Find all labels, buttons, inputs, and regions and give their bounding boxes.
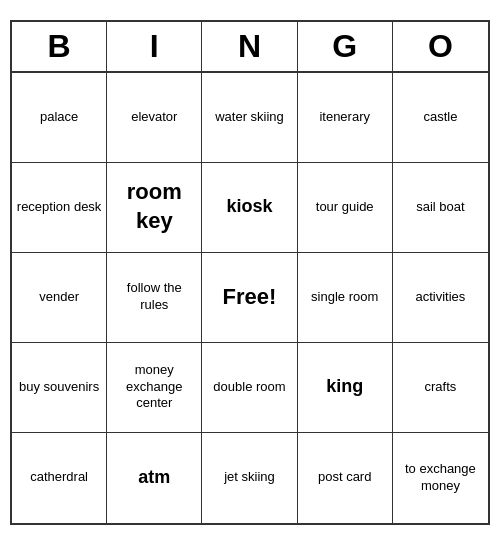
bingo-cell: tour guide bbox=[298, 163, 393, 253]
bingo-header-letter: B bbox=[12, 22, 107, 71]
bingo-cell: money exchange center bbox=[107, 343, 202, 433]
bingo-cell: follow the rules bbox=[107, 253, 202, 343]
bingo-cell: vender bbox=[12, 253, 107, 343]
bingo-cell: water skiing bbox=[202, 73, 297, 163]
bingo-cell: room key bbox=[107, 163, 202, 253]
bingo-header-letter: I bbox=[107, 22, 202, 71]
bingo-cell: sail boat bbox=[393, 163, 488, 253]
bingo-cell: itenerary bbox=[298, 73, 393, 163]
bingo-cell: buy souvenirs bbox=[12, 343, 107, 433]
bingo-cell: reception desk bbox=[12, 163, 107, 253]
bingo-header-letter: N bbox=[202, 22, 297, 71]
bingo-cell: catherdral bbox=[12, 433, 107, 523]
bingo-cell: to exchange money bbox=[393, 433, 488, 523]
bingo-cell: kiosk bbox=[202, 163, 297, 253]
bingo-header: BINGO bbox=[12, 22, 488, 73]
bingo-cell: castle bbox=[393, 73, 488, 163]
bingo-card: BINGO palaceelevatorwater skiingitenerar… bbox=[10, 20, 490, 525]
bingo-grid: palaceelevatorwater skiingitenerarycastl… bbox=[12, 73, 488, 523]
bingo-cell: king bbox=[298, 343, 393, 433]
bingo-cell: double room bbox=[202, 343, 297, 433]
bingo-cell: post card bbox=[298, 433, 393, 523]
bingo-cell: activities bbox=[393, 253, 488, 343]
bingo-cell: Free! bbox=[202, 253, 297, 343]
bingo-cell: single room bbox=[298, 253, 393, 343]
bingo-cell: palace bbox=[12, 73, 107, 163]
bingo-cell: atm bbox=[107, 433, 202, 523]
bingo-header-letter: O bbox=[393, 22, 488, 71]
bingo-header-letter: G bbox=[298, 22, 393, 71]
bingo-cell: crafts bbox=[393, 343, 488, 433]
bingo-cell: jet skiing bbox=[202, 433, 297, 523]
bingo-cell: elevator bbox=[107, 73, 202, 163]
